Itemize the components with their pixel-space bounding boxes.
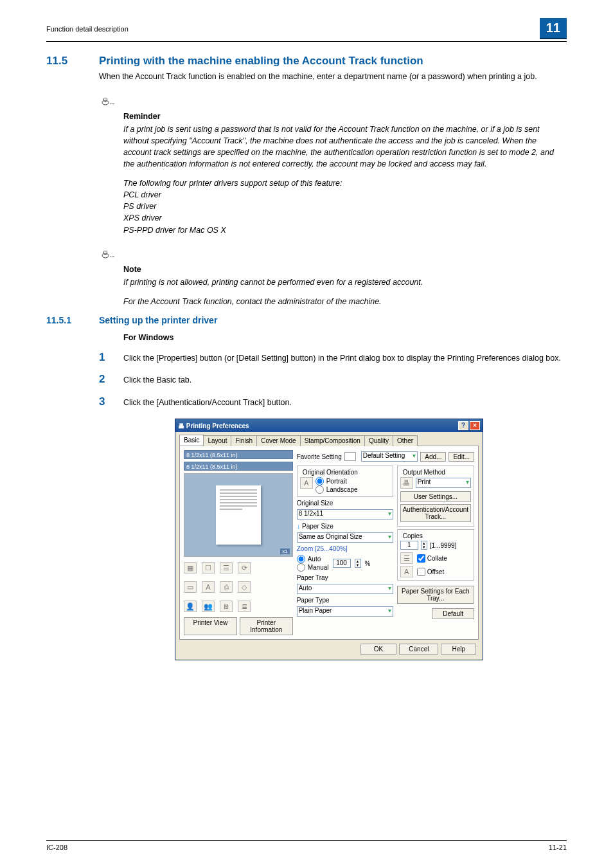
status-icon: ☰ xyxy=(220,562,233,574)
status-icon: 👤 xyxy=(184,601,197,612)
footer-left: IC-208 xyxy=(46,844,67,851)
printer-view-button[interactable]: Printer View xyxy=(184,617,237,635)
svg-rect-1 xyxy=(104,98,107,101)
note-body-2: For the Account Track function, contact … xyxy=(123,296,567,307)
step-1-text: Click the [Properties] button (or [Detai… xyxy=(123,351,567,365)
zoom-value-input[interactable]: 100 xyxy=(333,559,351,568)
svg-point-4 xyxy=(113,103,114,104)
step-3-number: 3 xyxy=(99,395,123,409)
step-2: 2 Click the Basic tab. xyxy=(99,373,567,386)
status-icon: ⎙ xyxy=(220,581,233,593)
status-icon: ☐ xyxy=(202,562,215,574)
paper-type-label: Paper Type xyxy=(297,597,393,604)
percent-label: % xyxy=(365,560,371,567)
output-method-select[interactable]: Print xyxy=(416,478,471,488)
tab-basic[interactable]: Basic xyxy=(179,435,204,446)
down-arrow-icon: ↓ xyxy=(297,522,301,530)
printer-information-button[interactable]: Printer Information xyxy=(240,617,293,635)
header-section-label: Function detail description xyxy=(46,25,129,33)
favorite-add-button[interactable]: Add... xyxy=(420,452,446,462)
help-titlebar-button[interactable]: ? xyxy=(458,421,468,430)
tab-quality[interactable]: Quality xyxy=(364,435,393,446)
section-number: 11.5 xyxy=(46,55,99,68)
help-button[interactable]: Help xyxy=(441,644,476,655)
status-icon-row-1: ▦ ☐ ☰ ⟳ xyxy=(184,559,293,576)
chapter-badge: 11 xyxy=(540,18,567,39)
zoom-badge: x1 xyxy=(280,548,289,554)
step-3: 3 Click the [Authentication/Account Trac… xyxy=(99,395,567,409)
step-2-text: Click the Basic tab. xyxy=(123,373,567,386)
driver-psppd: PS-PPD driver for Mac OS X xyxy=(123,226,226,235)
reminder-body-2: The following four printer drivers suppo… xyxy=(123,177,567,236)
zoom-manual-radio[interactable]: Manual xyxy=(297,563,329,572)
cancel-button[interactable]: Cancel xyxy=(399,644,438,655)
status-icon: 🗎 xyxy=(220,601,233,612)
orientation-legend: Original Orientation xyxy=(301,469,359,476)
ok-button[interactable]: OK xyxy=(360,644,396,655)
default-button[interactable]: Default xyxy=(432,608,474,619)
section-intro: When the Account Track function is enabl… xyxy=(99,71,567,83)
original-size-select[interactable]: 8 1/2x11 xyxy=(297,509,393,520)
svg-point-2 xyxy=(110,103,111,104)
status-icon: ▦ xyxy=(184,562,197,574)
orientation-icon: A xyxy=(300,477,313,489)
note-label: Note xyxy=(123,265,567,274)
status-icon: A xyxy=(202,581,215,593)
tab-finish[interactable]: Finish xyxy=(231,435,257,446)
close-titlebar-button[interactable]: × xyxy=(470,421,480,430)
portrait-radio[interactable]: Portrait xyxy=(315,477,358,485)
status-icon-row-2: ▭ A ⎙ ◇ xyxy=(184,579,293,595)
offset-checkbox[interactable]: Offset xyxy=(417,568,445,576)
platform-heading: For Windows xyxy=(123,333,567,342)
dialog-title: Printing Preferences xyxy=(186,422,249,429)
tab-stamp[interactable]: Stamp/Composition xyxy=(300,435,365,446)
driver-ps: PS driver xyxy=(123,202,156,211)
step-1-number: 1 xyxy=(99,351,123,365)
orientation-group: Original Orientation A Portrait Landscap… xyxy=(297,466,393,497)
favorite-setting-select[interactable]: Default Setting xyxy=(361,451,418,462)
footer-right: 11-21 xyxy=(549,844,567,851)
section-title: Printing with the machine enabling the A… xyxy=(99,55,567,68)
preview-size-original: 8 1/2x11 (8.5x11 in) xyxy=(184,450,293,459)
paper-settings-each-tray-button[interactable]: Paper Settings for Each Tray... xyxy=(397,586,474,604)
user-settings-button[interactable]: User Settings... xyxy=(400,491,471,502)
svg-point-9 xyxy=(113,256,114,257)
favorite-edit-button[interactable]: Edit... xyxy=(449,452,474,462)
tab-layout[interactable]: Layout xyxy=(203,435,231,446)
zoom-spinner[interactable]: ▲▼ xyxy=(355,559,361,568)
paper-tray-label: Paper Tray xyxy=(297,574,393,581)
svg-rect-6 xyxy=(104,251,107,254)
step-2-number: 2 xyxy=(99,373,123,386)
status-icon: ≣ xyxy=(238,601,251,612)
zoom-label: Zoom [25...400%] xyxy=(297,545,393,552)
output-method-group: Output Method 🖶 Print User Settings... A… xyxy=(397,466,474,527)
status-icon: 👥 xyxy=(202,601,215,612)
svg-point-7 xyxy=(110,256,111,257)
status-icon: ▭ xyxy=(184,581,197,593)
paper-size-select[interactable]: Same as Original Size xyxy=(297,532,393,543)
landscape-radio[interactable]: Landscape xyxy=(315,485,358,494)
tab-cover-mode[interactable]: Cover Mode xyxy=(256,435,300,446)
paper-type-select[interactable]: Plain Paper xyxy=(297,606,393,617)
copies-input[interactable]: 1 xyxy=(400,541,418,550)
subsection-heading: 11.5.1 Setting up the printer driver xyxy=(46,315,567,325)
driver-pcl: PCL driver xyxy=(123,190,161,199)
paper-icon xyxy=(216,485,261,545)
copies-legend: Copies xyxy=(402,532,424,539)
status-icon: ◇ xyxy=(238,581,251,593)
note-body-1: If printing is not allowed, printing can… xyxy=(123,276,567,288)
printer-icon: 🖶 xyxy=(178,422,186,429)
favorite-icon xyxy=(344,452,356,461)
status-icon: ⟳ xyxy=(238,562,251,574)
print-icon: 🖶 xyxy=(400,477,413,489)
tab-other[interactable]: Other xyxy=(393,435,418,446)
paper-size-label: Paper Size xyxy=(302,523,333,530)
page-footer: IC-208 11-21 xyxy=(46,840,567,851)
subsection-number: 11.5.1 xyxy=(46,315,99,325)
authentication-account-track-button[interactable]: Authentication/Account Track... xyxy=(400,504,471,522)
paper-tray-select[interactable]: Auto xyxy=(297,584,393,594)
collate-checkbox[interactable]: Collate xyxy=(417,554,447,563)
note-icon xyxy=(102,248,567,262)
copies-spinner[interactable]: ▲▼ xyxy=(421,541,427,550)
zoom-auto-radio[interactable]: Auto xyxy=(297,555,329,563)
